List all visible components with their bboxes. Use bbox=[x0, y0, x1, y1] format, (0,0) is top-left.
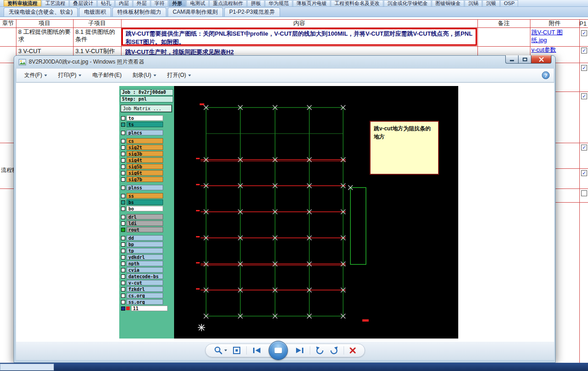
layer-visibility-checkbox[interactable] bbox=[121, 171, 125, 175]
title-bar[interactable]: 8V2RJ00DA0跳v-cut.jpg - Windows 照片查看器 bbox=[14, 56, 555, 68]
minimize-button[interactable] bbox=[505, 55, 519, 64]
p1-checkbox-4[interactable]: ✓ bbox=[581, 93, 587, 99]
menu-item-1[interactable]: 文件(F) bbox=[20, 70, 51, 81]
doc-tab-9[interactable]: 电测试 bbox=[186, 0, 209, 6]
layer-row-cs[interactable]: cs bbox=[119, 138, 174, 144]
rotate-cw-button[interactable] bbox=[329, 346, 339, 355]
doc-tab-14[interactable]: 工程资料命名及更改 bbox=[331, 0, 383, 6]
layer-visibility-checkbox[interactable] bbox=[121, 242, 125, 247]
layer-visibility-checkbox[interactable] bbox=[121, 186, 125, 190]
menu-item-5[interactable]: 打开(O) bbox=[163, 70, 195, 81]
sheet-tab-2[interactable]: 电镀面积 bbox=[79, 7, 111, 16]
layer-visibility-checkbox[interactable] bbox=[121, 268, 125, 272]
sheet-tab-5[interactable]: P1-P2-P3规范差异 bbox=[224, 7, 280, 16]
taskbar-left-panel[interactable] bbox=[0, 364, 54, 371]
doc-tab-11[interactable]: 拼板 bbox=[247, 0, 265, 6]
sheet-tab-1[interactable]: 无镍电镀金(含硬金、软金) bbox=[4, 7, 78, 16]
layer-visibility-checkbox[interactable] bbox=[121, 139, 125, 143]
doc-tab-5[interactable]: 内层 bbox=[115, 0, 132, 6]
sheet-tab-3[interactable]: 特殊板材制作能力 bbox=[112, 7, 166, 16]
layer-visibility-checkbox[interactable] bbox=[121, 177, 125, 182]
layer-visibility-checkbox[interactable] bbox=[121, 145, 125, 150]
layer-row-sig5b[interactable]: sig5b bbox=[119, 163, 174, 170]
layer-row-v-cut[interactable]: v-cut bbox=[119, 280, 174, 286]
layer-visibility-checkbox[interactable] bbox=[121, 221, 125, 226]
zoom-button[interactable] bbox=[214, 346, 227, 355]
menu-item-3[interactable]: 电子邮件(E) bbox=[88, 70, 126, 81]
layer-row-sig7b[interactable]: sig7b bbox=[119, 176, 174, 183]
doc-tab-1[interactable]: 资料审核流程 bbox=[4, 0, 41, 6]
layer-visibility-checkbox[interactable] bbox=[121, 249, 125, 253]
layer-row-bp[interactable]: bp bbox=[119, 241, 174, 247]
layer-visibility-checkbox[interactable] bbox=[121, 255, 125, 259]
p1-checkbox-5[interactable]: ✓ bbox=[581, 145, 587, 151]
doc-tab-8[interactable]: 外形 bbox=[169, 0, 186, 6]
doc-tab-15[interactable]: 沉金或化学镍钯金 bbox=[384, 0, 431, 6]
layer-row-drl[interactable]: drl bbox=[119, 214, 174, 220]
layer-row-cvia[interactable]: cvia bbox=[119, 267, 174, 273]
layer-visibility-checkbox[interactable] bbox=[121, 165, 125, 169]
doc-tab-17[interactable]: 沉锡 bbox=[465, 0, 482, 6]
doc-tab-2[interactable]: 工艺流程 bbox=[42, 0, 69, 6]
layer-visibility-checkbox[interactable] bbox=[121, 200, 125, 204]
doc-tab-6[interactable]: 外层 bbox=[133, 0, 150, 6]
layer-row-sig4t[interactable]: sig4t bbox=[119, 157, 174, 163]
doc-tab-19[interactable]: OSP bbox=[500, 0, 518, 6]
layer-row-ydkdrl[interactable]: ydkdrl bbox=[119, 254, 174, 260]
layer-row-11[interactable]: 11 bbox=[119, 305, 174, 312]
p1-checkbox-3[interactable]: ✓ bbox=[581, 65, 587, 71]
doc-tab-10[interactable]: 重点流程制作 bbox=[209, 0, 247, 6]
layer-row-cs.org[interactable]: cs.org bbox=[119, 292, 174, 299]
doc-tab-16[interactable]: 图镀铜镍金 bbox=[432, 0, 464, 6]
rotate-ccw-button[interactable] bbox=[315, 346, 324, 355]
layer-row-plncs[interactable]: plncs bbox=[119, 129, 174, 136]
layer-row-dd[interactable]: dd bbox=[119, 235, 174, 241]
layer-visibility-checkbox[interactable] bbox=[121, 158, 125, 162]
help-button[interactable]: ? bbox=[542, 71, 550, 79]
layer-row-sig6t[interactable]: sig6t bbox=[119, 170, 174, 176]
doc-tab-4[interactable]: 钻孔 bbox=[97, 0, 115, 6]
layer-visibility-checkbox[interactable] bbox=[121, 274, 125, 279]
layer-row-rout[interactable]: rout bbox=[119, 226, 174, 233]
layer-visibility-checkbox[interactable] bbox=[121, 236, 125, 240]
previous-button[interactable] bbox=[252, 347, 262, 354]
layer-visibility-checkbox[interactable] bbox=[121, 300, 125, 304]
layer-row-tp[interactable]: tp bbox=[119, 247, 174, 254]
layer-row-sig3b[interactable]: sig3b bbox=[119, 151, 174, 157]
doc-tab-3[interactable]: 叠层设计 bbox=[69, 0, 97, 6]
menu-item-2[interactable]: 打印(P) bbox=[54, 70, 85, 81]
layer-visibility-checkbox[interactable] bbox=[121, 116, 125, 120]
menu-item-4[interactable]: 刻录(U) bbox=[128, 70, 160, 81]
maximize-button[interactable] bbox=[519, 55, 531, 64]
layer-row-ss[interactable]: ss bbox=[119, 193, 174, 199]
layer-row-sig2t[interactable]: sig2t bbox=[119, 144, 174, 151]
p1-checkbox[interactable]: ✓ bbox=[581, 48, 587, 54]
layer-visibility-checkbox[interactable] bbox=[121, 294, 125, 298]
next-button[interactable] bbox=[295, 347, 305, 354]
layer-row-bs[interactable]: bs bbox=[119, 199, 174, 205]
layer-visibility-checkbox[interactable] bbox=[121, 228, 125, 232]
doc-tab-12[interactable]: 华为规范 bbox=[265, 0, 292, 6]
layer-visibility-checkbox[interactable] bbox=[121, 281, 125, 285]
doc-tab-7[interactable]: 字符 bbox=[151, 0, 168, 6]
delete-button[interactable] bbox=[349, 347, 356, 354]
layer-visibility-checkbox[interactable] bbox=[121, 207, 125, 211]
layer-visibility-checkbox[interactable] bbox=[121, 215, 125, 219]
layer-row-to[interactable]: to bbox=[119, 115, 174, 121]
layer-visibility-checkbox[interactable] bbox=[121, 152, 125, 156]
job-matrix-button[interactable]: Job Matrix ... bbox=[121, 105, 172, 112]
slideshow-button[interactable] bbox=[269, 341, 288, 360]
attachment-link[interactable]: v-cut参数 bbox=[531, 46, 577, 54]
attachment-link[interactable]: 跳V-CUT 图纸.jpg bbox=[531, 29, 577, 44]
layer-visibility-checkbox[interactable] bbox=[121, 131, 125, 135]
layer-row-fzkdrl[interactable]: fzkdrl bbox=[119, 286, 174, 292]
layer-visibility-checkbox[interactable] bbox=[121, 194, 125, 198]
layer-row-ts[interactable]: ts bbox=[119, 121, 174, 128]
layer-row-bo[interactable]: bo bbox=[119, 205, 174, 212]
p1-checkbox-7[interactable] bbox=[581, 190, 587, 196]
layer-row-npth[interactable]: npth bbox=[119, 260, 174, 267]
layer-row-datecode-bs[interactable]: datecode-bs bbox=[119, 273, 174, 280]
layer-row-plnss[interactable]: plnss bbox=[119, 184, 174, 191]
sheet-tab-4[interactable]: CAM调单制作规则 bbox=[168, 7, 223, 16]
layer-visibility-checkbox[interactable] bbox=[121, 123, 125, 127]
